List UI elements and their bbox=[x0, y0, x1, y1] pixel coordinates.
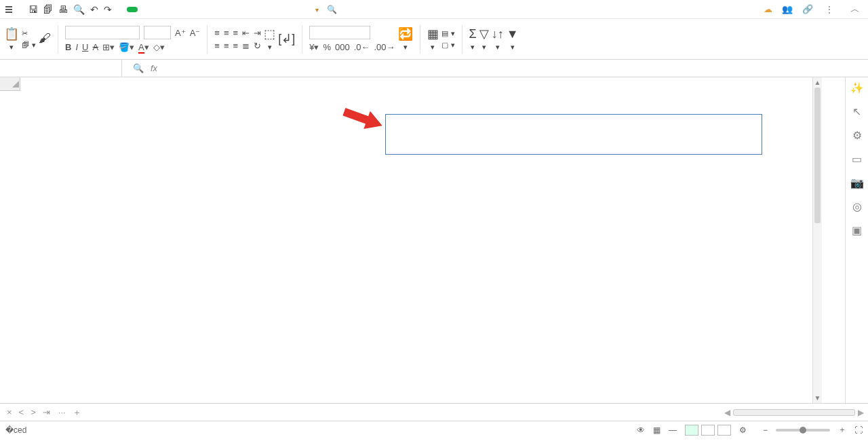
tab-data[interactable] bbox=[229, 7, 239, 12]
align-center-icon[interactable]: ≡ bbox=[224, 41, 229, 51]
clear-format-icon[interactable]: ◇▾ bbox=[153, 42, 165, 52]
name-box[interactable] bbox=[0, 60, 122, 77]
tab-view[interactable] bbox=[269, 7, 280, 12]
tab-home[interactable] bbox=[127, 7, 138, 12]
more-tabs[interactable]: ··· bbox=[56, 407, 68, 417]
reading-icon[interactable]: ▣ bbox=[852, 224, 862, 237]
view-break[interactable] bbox=[717, 425, 731, 436]
print-preview-icon[interactable]: 🔍 bbox=[73, 4, 85, 15]
tab-page-layout[interactable] bbox=[188, 7, 199, 12]
zoom-slider[interactable] bbox=[776, 429, 830, 432]
undo-icon[interactable]: ↶ bbox=[90, 4, 98, 15]
align-middle-icon[interactable]: ≡ bbox=[224, 28, 229, 38]
fill-color-icon[interactable]: 🪣▾ bbox=[119, 42, 134, 52]
share-button[interactable]: 🔗 bbox=[802, 4, 813, 14]
zoom-out-icon[interactable]: − bbox=[763, 425, 768, 435]
filter-button[interactable]: ▽ ▾ bbox=[479, 26, 489, 52]
sum-button[interactable]: Σ ▾ bbox=[469, 27, 477, 52]
redo-icon[interactable]: ↷ bbox=[104, 4, 112, 15]
select-icon[interactable]: ↖ bbox=[852, 105, 861, 118]
print-icon[interactable]: 🖶 bbox=[58, 4, 68, 15]
wrap-text-button[interactable]: [↲] bbox=[278, 31, 295, 47]
save-as-icon[interactable]: 🗐 bbox=[43, 4, 53, 15]
tab-nav-first[interactable]: × bbox=[4, 407, 15, 417]
js-macro-icon[interactable]: �ced bbox=[5, 425, 26, 435]
conditional-format-button[interactable]: ▦ ▾ bbox=[427, 26, 439, 52]
zoom-in-icon[interactable]: ＋ bbox=[838, 424, 846, 436]
align-bottom-icon[interactable]: ≡ bbox=[233, 28, 239, 38]
decrease-decimal-icon[interactable]: .00→ bbox=[374, 42, 395, 52]
decrease-font-icon[interactable]: A⁻ bbox=[190, 28, 201, 38]
column-headers[interactable] bbox=[20, 77, 845, 91]
font-size-combo[interactable] bbox=[144, 26, 171, 39]
hscroll-track[interactable] bbox=[733, 409, 855, 416]
command-search[interactable]: 🔍 bbox=[327, 5, 340, 14]
tab-member[interactable]: ▾ bbox=[310, 2, 324, 17]
align-right-icon[interactable]: ≡ bbox=[233, 41, 239, 51]
more-menu[interactable]: ⋮ bbox=[823, 5, 837, 14]
comma-icon[interactable]: 000 bbox=[335, 42, 350, 52]
add-sheet-icon[interactable]: ＋ bbox=[70, 406, 84, 419]
align-top-icon[interactable]: ≡ bbox=[214, 28, 220, 38]
layout-icon[interactable]: ▭ bbox=[852, 153, 862, 166]
tab-review[interactable] bbox=[249, 7, 260, 12]
scroll-down-icon[interactable]: ▼ bbox=[814, 393, 821, 403]
eye-icon[interactable]: 👁 bbox=[637, 425, 645, 435]
fill-button[interactable]: ▼ ▾ bbox=[507, 27, 519, 52]
tab-formulas[interactable] bbox=[208, 7, 219, 12]
bold-icon[interactable]: B bbox=[65, 42, 71, 52]
merge-center-button[interactable]: ⬚ ▾ bbox=[264, 26, 275, 52]
assistant-icon[interactable]: ✨ bbox=[850, 81, 864, 94]
indent-increase-icon[interactable]: ⇥ bbox=[254, 28, 261, 38]
borders-icon[interactable]: ⊞▾ bbox=[102, 42, 115, 52]
font-color-icon[interactable]: A▾ bbox=[138, 42, 149, 52]
increase-decimal-icon[interactable]: .0← bbox=[354, 42, 370, 52]
grid-toggle-icon[interactable]: ▦ bbox=[653, 425, 660, 435]
vertical-scrollbar[interactable]: ▲ ▼ bbox=[812, 77, 822, 403]
font-name-combo[interactable] bbox=[65, 26, 140, 39]
fullscreen-icon[interactable]: ⛶ bbox=[854, 425, 863, 435]
type-convert-button[interactable]: 🔁 ▾ bbox=[398, 26, 413, 52]
app-menu-icon[interactable] bbox=[4, 5, 14, 14]
cell-style-button[interactable]: ▢ ▾ bbox=[441, 41, 455, 50]
number-format-combo[interactable] bbox=[309, 26, 370, 39]
cut-button[interactable]: ✂ bbox=[22, 29, 36, 38]
camera-icon[interactable]: 📷 bbox=[850, 176, 864, 189]
view-normal[interactable] bbox=[685, 425, 698, 436]
format-painter-button[interactable]: 🖌 bbox=[39, 31, 51, 47]
currency-icon[interactable]: ¥▾ bbox=[309, 42, 319, 52]
has-changes[interactable]: ☁ bbox=[764, 4, 772, 14]
tab-nav-prev[interactable]: < bbox=[16, 407, 27, 417]
distribute-icon[interactable]: ≣ bbox=[242, 41, 250, 51]
italic-icon[interactable]: I bbox=[75, 42, 78, 52]
settings-icon[interactable]: ⚙ bbox=[852, 129, 862, 142]
tab-insert[interactable] bbox=[167, 7, 178, 12]
underline-icon[interactable]: U bbox=[82, 42, 88, 52]
fx-icon[interactable]: fx bbox=[151, 63, 157, 73]
table-style-button[interactable]: ▤ ▾ bbox=[441, 29, 455, 38]
dash-icon[interactable]: — bbox=[669, 425, 677, 435]
sort-button[interactable]: ↓↑ ▾ bbox=[492, 27, 504, 52]
tab-nav-last[interactable]: ⇥ bbox=[40, 407, 53, 417]
view-page[interactable] bbox=[701, 425, 715, 436]
percent-icon[interactable]: % bbox=[323, 42, 331, 52]
hscroll-left[interactable]: ◀ bbox=[724, 408, 730, 417]
navigate-icon[interactable]: 🔍 bbox=[133, 63, 144, 73]
zoom-settings-icon[interactable]: ⚙ bbox=[739, 425, 747, 435]
align-left-icon[interactable]: ≡ bbox=[214, 41, 220, 51]
indent-decrease-icon[interactable]: ⇤ bbox=[242, 28, 250, 38]
increase-font-icon[interactable]: A⁺ bbox=[175, 28, 186, 38]
select-all-corner[interactable] bbox=[0, 77, 20, 91]
tab-nav-next[interactable]: > bbox=[28, 407, 39, 417]
collapse-ribbon-icon[interactable]: ︿ bbox=[846, 3, 864, 16]
strikethrough-icon[interactable]: A bbox=[92, 42, 98, 52]
collab-button[interactable]: 👥 bbox=[782, 4, 793, 14]
tab-tools[interactable] bbox=[147, 7, 158, 12]
copy-button[interactable]: 🗐 ▾ bbox=[22, 41, 36, 50]
location-icon[interactable]: ◎ bbox=[852, 200, 862, 213]
paste-button[interactable]: 📋 ▾ bbox=[4, 26, 19, 52]
orientation-icon[interactable]: ↻ bbox=[254, 41, 261, 51]
hscroll-right[interactable]: ▶ bbox=[858, 408, 864, 417]
save-icon[interactable]: 🖫 bbox=[28, 4, 38, 15]
tab-developer[interactable] bbox=[290, 7, 300, 12]
